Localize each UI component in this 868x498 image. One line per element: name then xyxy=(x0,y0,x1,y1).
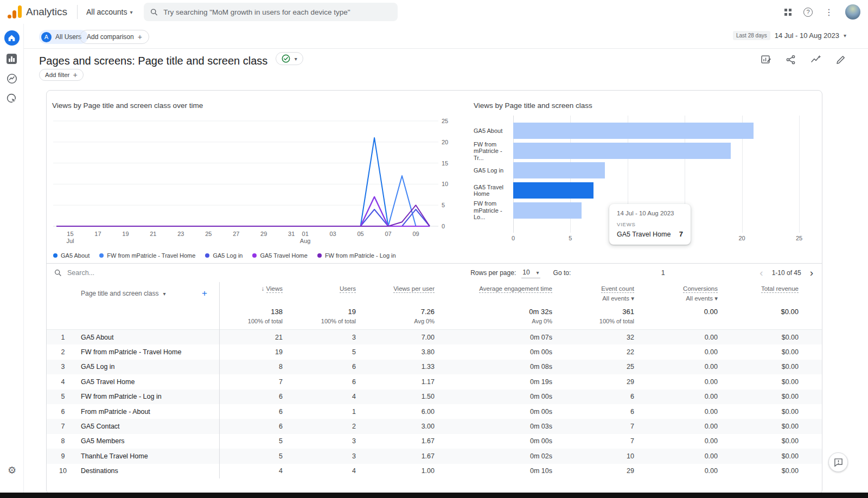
column-header-users[interactable]: Users xyxy=(283,282,356,305)
bottom-edge-bar xyxy=(0,493,868,498)
row-cell: 4 xyxy=(283,390,356,404)
table-row[interactable]: 10Destinations441.000m 10s290.00$0.00 xyxy=(47,464,822,478)
add-comparison-button[interactable]: Add comparison+ xyxy=(80,30,149,44)
table-row[interactable]: 8GA5 Members531.670m 00s70.00$0.00 xyxy=(47,434,822,449)
row-cell: 6 xyxy=(283,360,356,374)
table-row[interactable]: 7GA5 Contact623.000m 03s70.00$0.00 xyxy=(47,419,822,433)
next-page-icon[interactable]: › xyxy=(809,268,814,278)
row-cell: 0m 03s xyxy=(435,419,552,433)
legend-dot-icon xyxy=(205,253,209,258)
kebab-menu-icon[interactable]: ⋮ xyxy=(825,7,833,17)
data-quality-badge[interactable]: ▾ xyxy=(276,52,303,65)
table-row[interactable]: 4GA5 Travel Home761.170m 19s290.00$0.00 xyxy=(47,374,822,389)
row-cell: $0.00 xyxy=(718,404,799,419)
rows-per-page-select[interactable]: 10▾ xyxy=(521,267,540,278)
series-line-GA5 About[interactable] xyxy=(56,138,430,226)
row-cell: $0.00 xyxy=(718,344,799,359)
column-header-views-per-user[interactable]: Views per user xyxy=(356,282,435,305)
sidebar-item-reports[interactable] xyxy=(4,51,20,66)
bar-GA5 Log in[interactable] xyxy=(513,162,605,178)
table-search-row: Rows per page: 10▾ Go to: ‹ 1-10 of 45 › xyxy=(47,264,822,282)
column-header-total-revenue[interactable]: Total revenue xyxy=(718,282,799,305)
x-tick-label: 01Aug xyxy=(295,231,316,245)
bar-GA5 Travel Home[interactable] xyxy=(513,182,593,199)
row-cell: 3.00 xyxy=(356,419,435,433)
row-cell: 0m 10s xyxy=(435,464,552,478)
add-filter-button[interactable]: Add filter+ xyxy=(39,69,84,81)
row-cell: 0m 02s xyxy=(435,449,552,463)
series-line-GA5 Travel Home[interactable] xyxy=(56,197,430,226)
row-cell: 6 xyxy=(283,374,356,389)
row-cell: 1.67 xyxy=(356,434,435,449)
edit-pencil-icon[interactable] xyxy=(835,54,846,65)
share-icon[interactable] xyxy=(786,54,796,65)
dimension-header[interactable]: Page title and screen class▾ xyxy=(81,290,165,297)
bar-GA5 About[interactable] xyxy=(513,123,754,139)
row-page-title: GA5 Log in xyxy=(74,360,219,374)
series-line-FW from mPatricle - Log in[interactable] xyxy=(56,205,430,226)
bar-x-tick-label: 5 xyxy=(562,235,578,241)
account-selector[interactable]: All accounts▾ xyxy=(86,8,133,16)
row-cell: 1.67 xyxy=(356,449,435,463)
legend-dot-icon xyxy=(252,253,257,258)
table-row[interactable]: 5FW from mPatricle - Log in641.500m 00s6… xyxy=(47,390,822,404)
row-cell: 6 xyxy=(219,419,283,433)
row-cell: $0.00 xyxy=(718,390,799,404)
help-icon[interactable]: ? xyxy=(803,8,813,17)
column-header-event-count[interactable]: Event countAll events ▾ xyxy=(552,282,634,305)
plus-icon: + xyxy=(138,33,142,41)
customize-report-icon[interactable] xyxy=(761,54,771,65)
table-row[interactable]: 1GA5 About2137.000m 07s320.00$0.00 xyxy=(47,330,822,344)
row-page-title: GA5 About xyxy=(74,330,219,344)
all-events-select[interactable]: All events ▾ xyxy=(552,295,634,302)
search-icon xyxy=(54,269,62,277)
legend-item[interactable]: FW from mPatricle - Travel Home xyxy=(99,252,195,259)
global-search-input[interactable] xyxy=(163,8,391,16)
bar-row: GA5 About xyxy=(471,121,799,141)
totals-views: 138100% of total xyxy=(219,305,283,330)
x-tick-label: 23 xyxy=(170,231,192,238)
table-row[interactable]: 6From mPatricle - About616.000m 00s60.00… xyxy=(47,404,822,419)
row-cell: 1.33 xyxy=(356,360,435,374)
sidebar-item-advertising[interactable] xyxy=(4,91,20,106)
series-line-FW from mPatricle - Travel Home[interactable] xyxy=(56,176,430,226)
rows-per-page-label: Rows per page: xyxy=(470,269,516,277)
row-cell: 3 xyxy=(283,330,356,344)
settings-gear-icon[interactable]: ⚙ xyxy=(0,464,24,476)
series-line-GA5 Log in[interactable] xyxy=(56,209,430,226)
add-dimension-button[interactable]: + xyxy=(202,288,207,299)
google-analytics-logo-icon xyxy=(8,5,22,18)
date-range-selector[interactable]: Last 28 days 14 Jul - 10 Aug 2023 ▾ xyxy=(733,31,846,40)
column-header-views[interactable]: ↓Views xyxy=(219,282,283,305)
row-page-title: From mPatricle - About xyxy=(74,404,219,419)
global-search-bar[interactable] xyxy=(144,3,398,21)
sidebar-item-explore[interactable] xyxy=(4,71,20,86)
x-tick-label: 19 xyxy=(114,231,136,238)
row-cell: 3 xyxy=(283,434,356,449)
avatar[interactable] xyxy=(845,4,860,20)
legend-item[interactable]: GA5 About xyxy=(53,252,90,259)
table-row[interactable]: 3GA5 Log in861.330m 08s250.00$0.00 xyxy=(47,360,822,374)
feedback-button[interactable] xyxy=(828,452,848,472)
row-cell: 5 xyxy=(283,344,356,359)
legend-item[interactable]: GA5 Travel Home xyxy=(252,252,307,259)
explore-icon xyxy=(7,73,17,84)
bar-category-label: GA5 Travel Home xyxy=(471,184,509,197)
sidebar-item-home[interactable] xyxy=(4,30,20,46)
insights-icon[interactable] xyxy=(810,54,821,65)
table-row[interactable]: 9ThanhLe Travel Home531.670m 02s100.00$0… xyxy=(47,449,822,463)
table-search-input[interactable] xyxy=(67,269,230,277)
bar-FW from mPatricle - Log in[interactable] xyxy=(513,202,582,219)
google-apps-icon[interactable] xyxy=(784,9,792,16)
column-header-conversions[interactable]: ConversionsAll events ▾ xyxy=(634,282,718,305)
all-events-select[interactable]: All events ▾ xyxy=(634,295,718,302)
bar-FW from mPatricle - Travel Home[interactable] xyxy=(513,143,731,159)
bar-row: GA5 Log in xyxy=(471,161,799,181)
previous-page-icon[interactable]: ‹ xyxy=(758,268,764,278)
legend-item[interactable]: FW from mPatricle - Log in xyxy=(317,252,396,259)
home-icon xyxy=(8,34,16,42)
goto-page-input[interactable] xyxy=(582,269,744,277)
table-row[interactable]: 2FW from mPatricle - Travel Home1953.800… xyxy=(47,344,822,359)
column-header-avg-engagement-time[interactable]: Average engagement time xyxy=(435,282,552,305)
legend-item[interactable]: GA5 Log in xyxy=(205,252,242,259)
